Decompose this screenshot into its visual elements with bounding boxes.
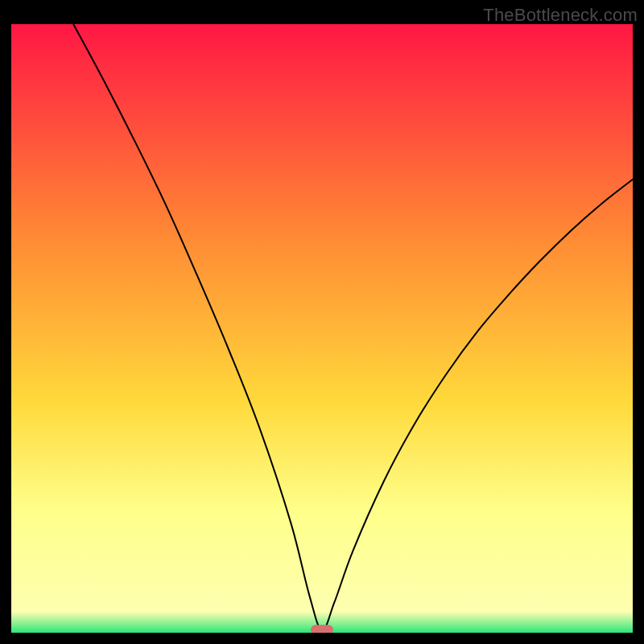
watermark-text: TheBottleneck.com (483, 5, 638, 26)
target-marker (311, 625, 333, 633)
chart-svg (11, 24, 633, 633)
gradient-background (11, 24, 633, 633)
chart-area (11, 24, 633, 633)
